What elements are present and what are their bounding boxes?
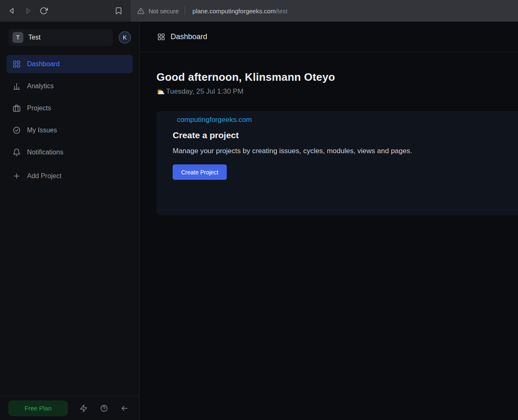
sidebar-nav: Dashboard Analytics Projects My Issues N… <box>0 50 139 165</box>
sidebar-item-label: Notifications <box>27 149 63 156</box>
workspace-name: Test <box>28 34 40 41</box>
back-icon[interactable] <box>7 6 17 15</box>
bar-chart-icon <box>12 82 21 90</box>
greeting-text: Good afternoon, Klinsmann Oteyo <box>156 71 518 84</box>
address-bar[interactable]: Not secure plane.computingforgeeks.com/t… <box>131 0 518 22</box>
url-text: plane.computingforgeeks.com/test <box>193 7 288 15</box>
bookmark-icon[interactable] <box>114 6 123 15</box>
date-row: ⛅ Tuesday, 25 Jul 1:30 PM <box>156 87 518 96</box>
date-text: Tuesday, 25 Jul 1:30 PM <box>166 87 243 96</box>
page-title: Dashboard <box>171 32 207 41</box>
plus-icon <box>12 172 21 180</box>
workspace-selector[interactable]: T Test <box>8 29 113 46</box>
security-label: Not secure <box>149 7 179 15</box>
watermark-link[interactable]: computingforgeeks.com <box>177 116 252 124</box>
user-avatar[interactable]: K <box>119 31 131 44</box>
dashboard-content: Good afternoon, Klinsmann Oteyo ⛅ Tuesda… <box>140 52 518 215</box>
url-path: /test <box>276 7 288 15</box>
lightning-icon[interactable] <box>79 404 88 413</box>
card-description: Manage your projects by creating issues,… <box>173 147 501 155</box>
create-project-card: computingforgeeks.com Create a project M… <box>156 111 518 215</box>
help-icon[interactable] <box>99 404 109 413</box>
workspace-avatar: T <box>12 32 23 43</box>
card-title: Create a project <box>173 130 501 140</box>
check-circle-icon <box>12 126 21 134</box>
sidebar-item-label: Analytics <box>27 82 54 90</box>
forward-icon[interactable] <box>23 6 32 15</box>
grid-icon <box>12 60 21 68</box>
sidebar-item-label: My Issues <box>27 127 57 134</box>
grid-icon <box>157 33 165 41</box>
add-project-label: Add Project <box>27 172 62 180</box>
bell-icon <box>12 148 21 157</box>
sidebar-footer: Free Plan <box>0 396 139 420</box>
main-area: Dashboard Good afternoon, Klinsmann Otey… <box>140 22 518 420</box>
collapse-arrow-icon[interactable] <box>120 404 129 413</box>
briefcase-icon <box>12 104 21 112</box>
sidebar: T Test K Dashboard Analytics Projects <box>0 22 140 420</box>
address-divider <box>185 7 185 15</box>
sidebar-item-projects[interactable]: Projects <box>7 99 133 117</box>
create-project-button[interactable]: Create Project <box>173 164 227 180</box>
browser-toolbar: Not secure plane.computingforgeeks.com/t… <box>0 0 518 22</box>
sidebar-item-my-issues[interactable]: My Issues <box>7 121 133 139</box>
sidebar-item-label: Dashboard <box>27 60 59 68</box>
url-host: plane.computingforgeeks.com <box>193 7 276 15</box>
sidebar-spacer <box>0 180 139 396</box>
browser-window: Not secure plane.computingforgeeks.com/t… <box>0 0 518 420</box>
sidebar-item-dashboard[interactable]: Dashboard <box>7 55 133 73</box>
weather-icon: ⛅ <box>156 88 165 96</box>
add-project-button[interactable]: Add Project <box>12 172 127 180</box>
sidebar-item-label: Projects <box>27 104 51 112</box>
app-shell: T Test K Dashboard Analytics Projects <box>0 22 518 420</box>
browser-nav-buttons <box>0 6 48 15</box>
page-header: Dashboard <box>140 22 518 52</box>
workspace-row: T Test K <box>0 22 139 50</box>
free-plan-button[interactable]: Free Plan <box>8 400 68 416</box>
sidebar-item-notifications[interactable]: Notifications <box>7 143 133 162</box>
warning-icon <box>137 7 145 15</box>
sidebar-item-analytics[interactable]: Analytics <box>7 77 133 95</box>
reload-icon[interactable] <box>39 6 48 15</box>
